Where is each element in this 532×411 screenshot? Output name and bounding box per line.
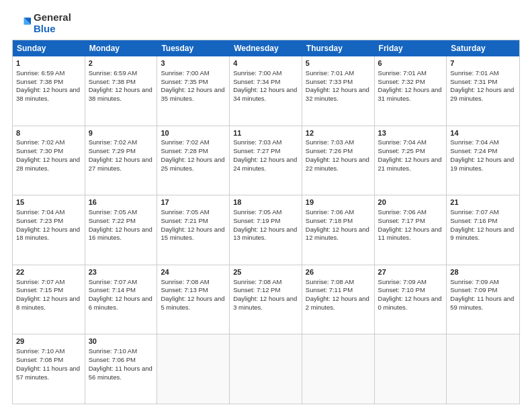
calendar-cell: 11Sunrise: 7:03 AMSunset: 7:27 PMDayligh…	[230, 126, 302, 195]
daylight: Daylight: 12 hours and 5 minutes.	[161, 295, 224, 311]
daylight: Daylight: 11 hours and 57 minutes.	[16, 365, 80, 381]
page: General Blue SundayMondayTuesdayWednesda…	[0, 0, 532, 411]
sunrise: Sunrise: 7:09 AM	[450, 278, 498, 285]
day-number: 28	[450, 267, 516, 277]
sunset: Sunset: 7:10 PM	[378, 286, 425, 293]
sunset: Sunset: 7:35 PM	[161, 78, 208, 85]
sunset: Sunset: 7:16 PM	[450, 217, 497, 224]
daylight: Daylight: 11 hours and 56 minutes.	[89, 365, 152, 381]
calendar-cell: 30Sunrise: 7:10 AMSunset: 7:06 PMDayligh…	[85, 334, 158, 404]
day-number: 6	[378, 58, 443, 68]
daylight: Daylight: 12 hours and 9 minutes.	[450, 226, 514, 242]
daylight: Daylight: 12 hours and 16 minutes.	[89, 226, 152, 242]
calendar-header: SundayMondayTuesdayWednesdayThursdayFrid…	[13, 40, 519, 56]
week-row-0: 1Sunrise: 6:59 AMSunset: 7:38 PMDaylight…	[13, 56, 519, 126]
day-number: 26	[306, 267, 371, 277]
sunset: Sunset: 7:34 PM	[233, 78, 280, 85]
day-number: 4	[233, 58, 298, 68]
sunset: Sunset: 7:15 PM	[16, 286, 63, 293]
day-number: 14	[450, 128, 516, 138]
calendar-cell: 6Sunrise: 7:01 AMSunset: 7:32 PMDaylight…	[375, 56, 447, 126]
sunrise: Sunrise: 7:08 AM	[306, 278, 354, 285]
calendar-cell: 4Sunrise: 7:00 AMSunset: 7:34 PMDaylight…	[230, 56, 302, 126]
day-number: 27	[378, 267, 443, 277]
calendar: SundayMondayTuesdayWednesdayThursdayFrid…	[12, 40, 520, 404]
sunrise: Sunrise: 7:06 AM	[306, 208, 354, 216]
day-number: 18	[233, 197, 298, 208]
calendar-cell: 26Sunrise: 7:08 AMSunset: 7:11 PMDayligh…	[302, 265, 375, 334]
sunrise: Sunrise: 7:00 AM	[161, 69, 209, 77]
daylight: Daylight: 12 hours and 12 minutes.	[306, 226, 369, 242]
day-number: 13	[378, 128, 443, 138]
daylight: Daylight: 12 hours and 22 minutes.	[306, 156, 369, 172]
sunset: Sunset: 7:24 PM	[450, 147, 497, 154]
sunset: Sunset: 7:38 PM	[89, 78, 136, 85]
day-number: 8	[16, 128, 81, 138]
sunrise: Sunrise: 7:10 AM	[89, 347, 137, 355]
sunrise: Sunrise: 7:05 AM	[233, 208, 281, 216]
logo-icon	[12, 14, 31, 33]
sunrise: Sunrise: 7:02 AM	[161, 138, 209, 146]
sunrise: Sunrise: 7:10 AM	[16, 347, 64, 355]
sunrise: Sunrise: 7:07 AM	[16, 278, 64, 285]
sunrise: Sunrise: 7:03 AM	[233, 138, 281, 146]
day-number: 2	[89, 58, 154, 68]
day-number: 7	[450, 58, 516, 68]
sunset: Sunset: 7:27 PM	[233, 147, 280, 154]
sunrise: Sunrise: 7:08 AM	[161, 278, 209, 285]
sunset: Sunset: 7:25 PM	[378, 147, 425, 154]
sunset: Sunset: 7:11 PM	[306, 286, 353, 293]
sunset: Sunset: 7:19 PM	[233, 217, 280, 224]
day-number: 16	[89, 197, 154, 208]
sunset: Sunset: 7:28 PM	[161, 147, 208, 154]
sunrise: Sunrise: 7:04 AM	[450, 138, 498, 146]
day-header-saturday: Saturday	[447, 40, 519, 56]
sunset: Sunset: 7:21 PM	[161, 217, 208, 224]
calendar-cell: 10Sunrise: 7:02 AMSunset: 7:28 PMDayligh…	[157, 126, 230, 195]
week-row-4: 29Sunrise: 7:10 AMSunset: 7:08 PMDayligh…	[13, 334, 519, 404]
day-number: 11	[233, 128, 298, 138]
sunset: Sunset: 7:17 PM	[378, 217, 425, 224]
sunrise: Sunrise: 7:03 AM	[306, 138, 354, 146]
sunrise: Sunrise: 7:05 AM	[161, 208, 209, 216]
sunset: Sunset: 7:12 PM	[233, 286, 280, 293]
calendar-cell: 12Sunrise: 7:03 AMSunset: 7:26 PMDayligh…	[302, 126, 375, 195]
logo-text: General Blue	[34, 12, 71, 34]
daylight: Daylight: 12 hours and 13 minutes.	[233, 226, 297, 242]
sunrise: Sunrise: 7:07 AM	[89, 278, 137, 285]
sunrise: Sunrise: 7:02 AM	[16, 138, 64, 146]
week-row-1: 8Sunrise: 7:02 AMSunset: 7:30 PMDaylight…	[13, 126, 519, 196]
sunset: Sunset: 7:32 PM	[378, 78, 425, 85]
calendar-cell: 1Sunrise: 6:59 AMSunset: 7:38 PMDaylight…	[13, 56, 85, 126]
day-number: 9	[89, 128, 154, 138]
day-header-wednesday: Wednesday	[230, 40, 302, 56]
sunrise: Sunrise: 7:00 AM	[233, 69, 281, 77]
sunset: Sunset: 7:29 PM	[89, 147, 136, 154]
sunrise: Sunrise: 7:08 AM	[233, 278, 281, 285]
calendar-cell	[302, 334, 375, 404]
day-header-sunday: Sunday	[13, 40, 85, 56]
sunrise: Sunrise: 7:02 AM	[89, 138, 137, 146]
sunset: Sunset: 7:31 PM	[450, 78, 497, 85]
logo: General Blue	[12, 12, 71, 34]
sunset: Sunset: 7:09 PM	[450, 286, 497, 293]
calendar-cell: 19Sunrise: 7:06 AMSunset: 7:18 PMDayligh…	[302, 195, 375, 265]
day-header-friday: Friday	[375, 40, 447, 56]
sunrise: Sunrise: 7:01 AM	[378, 69, 427, 77]
sunset: Sunset: 7:38 PM	[16, 78, 63, 85]
calendar-cell: 8Sunrise: 7:02 AMSunset: 7:30 PMDaylight…	[13, 126, 85, 195]
day-number: 5	[306, 58, 371, 68]
calendar-cell	[230, 334, 302, 404]
sunset: Sunset: 7:30 PM	[16, 147, 63, 154]
sunrise: Sunrise: 7:01 AM	[450, 69, 498, 77]
calendar-cell: 14Sunrise: 7:04 AMSunset: 7:24 PMDayligh…	[447, 126, 519, 195]
calendar-cell: 5Sunrise: 7:01 AMSunset: 7:33 PMDaylight…	[302, 56, 375, 126]
sunrise: Sunrise: 7:07 AM	[450, 208, 498, 216]
daylight: Daylight: 12 hours and 21 minutes.	[378, 156, 442, 172]
calendar-cell: 20Sunrise: 7:06 AMSunset: 7:17 PMDayligh…	[375, 195, 447, 265]
sunset: Sunset: 7:22 PM	[89, 217, 136, 224]
sunrise: Sunrise: 7:05 AM	[89, 208, 137, 216]
daylight: Daylight: 12 hours and 2 minutes.	[306, 295, 369, 311]
day-number: 1	[16, 58, 81, 68]
calendar-cell: 23Sunrise: 7:07 AMSunset: 7:14 PMDayligh…	[85, 265, 158, 334]
